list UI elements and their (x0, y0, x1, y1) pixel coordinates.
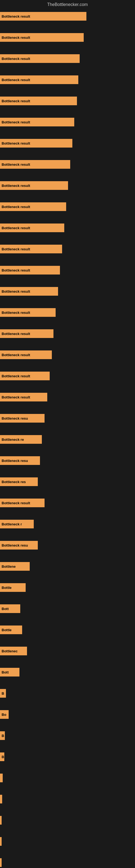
bottleneck-bar: Bottleneck result (0, 139, 72, 148)
bar-label: Bottleneck resu (2, 459, 28, 463)
bar-container: Bottleneck result (0, 372, 135, 380)
bar-container: Bottleneck result (0, 223, 135, 232)
bottleneck-bar: Bottlenec (0, 647, 27, 655)
bottleneck-bar: Bottleneck result (0, 97, 77, 105)
bar-container: Bottleneck result (0, 139, 135, 148)
bar-container: Bottlene (0, 562, 135, 571)
bottleneck-bar: B (0, 752, 4, 761)
bottleneck-bar: Bottleneck res (0, 477, 38, 486)
bar-container: Bottleneck result (0, 54, 135, 63)
bottleneck-bar: Bottleneck result (0, 266, 60, 275)
bar-container: Bottleneck resu (0, 541, 135, 550)
bar-container: Bottle (0, 583, 135, 592)
bar-label: Bottleneck result (2, 99, 30, 103)
bar-container: Bo (0, 710, 135, 719)
bottleneck-bar: Bottlene (0, 562, 30, 571)
bar-container (0, 858, 135, 867)
bar-container: Bottleneck result (0, 118, 135, 126)
bar-label: Bottleneck result (2, 395, 30, 399)
bottleneck-bar: Bottleneck resu (0, 414, 45, 423)
bottleneck-bar: Bottleneck result (0, 245, 62, 253)
bar-label: Bottleneck result (2, 247, 30, 251)
bottleneck-bar: Bottleneck result (0, 118, 74, 126)
bar-label: Bottleneck re (2, 437, 24, 442)
bottleneck-bar (0, 858, 2, 867)
bar-container: Bottleneck result (0, 499, 135, 507)
bar-container: Bottleneck resu (0, 414, 135, 423)
bar-container: Bottleneck result (0, 160, 135, 169)
bar-label: Bottle (2, 586, 12, 590)
bar-label: Bottleneck result (2, 14, 30, 19)
bar-label: Bottleneck result (2, 268, 30, 272)
bar-container: Bottleneck result (0, 97, 135, 105)
bar-container: Bottleneck result (0, 33, 135, 42)
bar-container: B (0, 689, 135, 698)
bottleneck-bar: Bott (0, 604, 20, 613)
bottleneck-bar (0, 837, 2, 846)
bar-container: Bottleneck result (0, 350, 135, 359)
bar-label: Bottleneck res (2, 480, 26, 484)
bottleneck-bar: Bottleneck result (0, 203, 66, 211)
bar-label: Bottleneck result (2, 501, 30, 505)
bar-container: Bottleneck result (0, 329, 135, 338)
bottleneck-bar: Bottleneck result (0, 308, 56, 317)
bottleneck-bar: Bottleneck result (0, 393, 47, 401)
bar-container: Bottlenec (0, 647, 135, 655)
bar-container: Bottleneck result (0, 308, 135, 317)
bar-container: Bottleneck result (0, 75, 135, 84)
bottleneck-bar: Bottleneck result (0, 287, 58, 296)
bar-container: B (0, 752, 135, 761)
bottleneck-bar: Bott (0, 668, 19, 677)
bottleneck-bar: Bottleneck result (0, 350, 52, 359)
bar-container: Bottleneck re (0, 435, 135, 444)
bar-container: Bott (0, 604, 135, 613)
bottleneck-bar: Bottleneck re (0, 435, 42, 444)
bottleneck-bar: Bottleneck result (0, 75, 78, 84)
bar-label: Bottleneck result (2, 311, 30, 315)
bar-label: Bottle (2, 628, 12, 632)
bottleneck-bar: Bottleneck r (0, 520, 34, 528)
bottleneck-bar (0, 774, 3, 782)
bottleneck-bar: Bottleneck result (0, 372, 50, 380)
bar-container: Bottleneck result (0, 393, 135, 401)
bar-label: Bottleneck result (2, 141, 30, 145)
bar-label: Bottleneck result (2, 35, 30, 40)
bar-label: Bottleneck result (2, 162, 30, 166)
bar-label: Bottleneck result (2, 226, 30, 230)
bar-container (0, 816, 135, 825)
bar-label: Bottleneck result (2, 374, 30, 378)
bar-label: Bottleneck result (2, 57, 30, 61)
bottleneck-bar: Bottleneck resu (0, 541, 38, 550)
bar-container (0, 795, 135, 803)
bottleneck-bar: Bottleneck result (0, 160, 70, 169)
bar-container: Bottleneck result (0, 203, 135, 211)
bar-label: Bottleneck result (2, 184, 30, 188)
bar-container (0, 837, 135, 846)
bar-container: Bottleneck result (0, 287, 135, 296)
bar-container: B (0, 731, 135, 740)
bar-container: Bottleneck result (0, 12, 135, 21)
bottleneck-bar (0, 795, 2, 803)
bar-label: Bottleneck resu (2, 416, 28, 421)
bar-label: Bottleneck result (2, 78, 30, 82)
bar-label: Bottleneck result (2, 332, 30, 336)
bar-label: Bottleneck resu (2, 543, 28, 547)
bottleneck-bar: Bo (0, 710, 9, 719)
bar-container: Bottleneck r (0, 520, 135, 528)
bar-label: Bott (2, 607, 9, 611)
bar-label: Bottleneck result (2, 120, 30, 124)
bottleneck-bar: B (0, 731, 5, 740)
bar-label: Bottleneck result (2, 205, 30, 209)
bar-container (0, 774, 135, 782)
bottleneck-bar: Bottle (0, 583, 26, 592)
bar-label: Bottleneck r (2, 522, 22, 526)
bar-label: Bottlenec (2, 649, 17, 653)
bar-label: B (2, 691, 4, 695)
bar-label: Bott (2, 670, 9, 674)
bar-label: B (2, 734, 4, 738)
bar-label: Bottleneck result (2, 289, 30, 293)
bottleneck-bar: Bottleneck result (0, 181, 68, 190)
bar-container: Bottleneck resu (0, 456, 135, 465)
bar-label: Bo (2, 713, 6, 717)
bar-container: Bott (0, 668, 135, 677)
